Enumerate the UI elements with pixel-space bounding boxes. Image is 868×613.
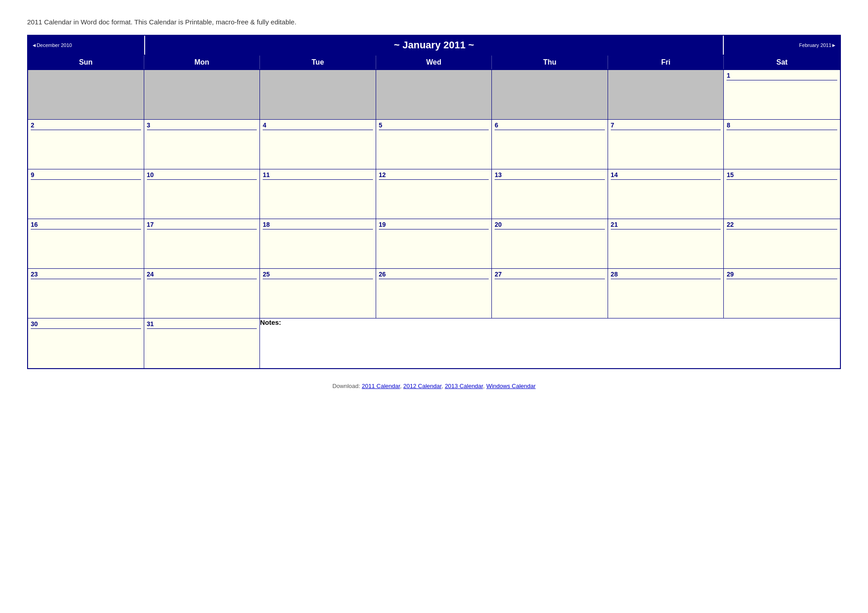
date-16: 16 <box>31 221 141 229</box>
calendar-header: ◄December 2010 ~ January 2011 ~ February… <box>28 36 840 56</box>
date-17: 17 <box>147 221 257 229</box>
day-header-thu: Thu <box>492 56 608 69</box>
calendar: ◄December 2010 ~ January 2011 ~ February… <box>27 35 841 369</box>
calendar-cell-4: 4 <box>260 120 376 169</box>
day-header-sun: Sun <box>28 56 144 69</box>
notes-cell: Notes: <box>260 318 376 368</box>
calendar-cell-empty-6 <box>608 70 724 120</box>
date-11: 11 <box>263 171 373 180</box>
calendar-cell-3: 3 <box>144 120 260 169</box>
day-header-tue: Tue <box>260 56 376 69</box>
calendar-cell-21: 21 <box>608 219 724 269</box>
date-26: 26 <box>379 271 489 279</box>
calendar-cell-26: 26 <box>376 269 492 318</box>
calendar-cell-empty-3 <box>260 70 376 120</box>
date-20: 20 <box>495 221 605 229</box>
footer-link-windows[interactable]: Windows Calendar <box>486 383 536 389</box>
calendar-cell-6: 6 <box>492 120 608 169</box>
calendar-grid: 1 2 3 4 5 6 7 8 9 10 11 <box>28 70 840 368</box>
calendar-cell-28: 28 <box>608 269 724 318</box>
calendar-cell-7: 7 <box>608 120 724 169</box>
calendar-cell-13: 13 <box>492 169 608 219</box>
calendar-cell-16: 16 <box>28 219 144 269</box>
footer-link-2011[interactable]: 2011 Calendar <box>362 383 400 389</box>
day-header-mon: Mon <box>144 56 260 69</box>
calendar-cell-empty-4 <box>376 70 492 120</box>
calendar-cell-empty-1 <box>28 70 144 120</box>
footer: Download: 2011 Calendar, 2012 Calendar, … <box>27 383 841 389</box>
date-6: 6 <box>495 122 605 130</box>
page-description: 2011 Calendar in Word doc format. This C… <box>27 18 841 26</box>
calendar-cell-18: 18 <box>260 219 376 269</box>
date-9: 9 <box>31 171 141 180</box>
footer-text: Download: <box>332 383 360 389</box>
calendar-cell-31: 31 <box>144 318 260 368</box>
footer-link-2012[interactable]: 2012 Calendar <box>403 383 442 389</box>
calendar-cell-23: 23 <box>28 269 144 318</box>
calendar-cell-22: 22 <box>724 219 840 269</box>
calendar-cell-2: 2 <box>28 120 144 169</box>
date-7: 7 <box>611 122 721 130</box>
date-30: 30 <box>31 320 141 329</box>
date-13: 13 <box>495 171 605 180</box>
date-12: 12 <box>379 171 489 180</box>
month-title: ~ January 2011 ~ <box>144 36 724 55</box>
date-10: 10 <box>147 171 257 180</box>
date-27: 27 <box>495 271 605 279</box>
calendar-cell-20: 20 <box>492 219 608 269</box>
notes-label: Notes: <box>260 318 281 326</box>
date-1: 1 <box>726 72 837 80</box>
day-header-wed: Wed <box>376 56 492 69</box>
calendar-cell-27: 27 <box>492 269 608 318</box>
day-headers: Sun Mon Tue Wed Thu Fri Sat <box>28 56 840 70</box>
footer-link-2013[interactable]: 2013 Calendar <box>445 383 483 389</box>
day-header-sat: Sat <box>724 56 840 69</box>
date-5: 5 <box>379 122 489 130</box>
calendar-cell-14: 14 <box>608 169 724 219</box>
date-24: 24 <box>147 271 257 279</box>
calendar-cell-11: 11 <box>260 169 376 219</box>
calendar-cell-17: 17 <box>144 219 260 269</box>
date-28: 28 <box>611 271 721 279</box>
date-14: 14 <box>611 171 721 180</box>
date-4: 4 <box>263 122 373 130</box>
date-31: 31 <box>147 320 257 329</box>
date-18: 18 <box>263 221 373 229</box>
calendar-cell-10: 10 <box>144 169 260 219</box>
calendar-cell-29: 29 <box>724 269 840 318</box>
prev-month-nav[interactable]: ◄December 2010 <box>28 36 144 55</box>
calendar-cell-15: 15 <box>724 169 840 219</box>
calendar-cell-24: 24 <box>144 269 260 318</box>
calendar-cell-5: 5 <box>376 120 492 169</box>
date-15: 15 <box>726 171 837 180</box>
calendar-cell-12: 12 <box>376 169 492 219</box>
calendar-cell-25: 25 <box>260 269 376 318</box>
day-header-fri: Fri <box>608 56 724 69</box>
calendar-cell-empty-2 <box>144 70 260 120</box>
calendar-cell-9: 9 <box>28 169 144 219</box>
calendar-cell-1: 1 <box>724 70 840 120</box>
date-3: 3 <box>147 122 257 130</box>
calendar-cell-8: 8 <box>724 120 840 169</box>
date-2: 2 <box>31 122 141 130</box>
date-23: 23 <box>31 271 141 279</box>
next-month-nav[interactable]: February 2011► <box>724 36 840 55</box>
date-29: 29 <box>726 271 837 279</box>
date-22: 22 <box>726 221 837 229</box>
date-19: 19 <box>379 221 489 229</box>
date-21: 21 <box>611 221 721 229</box>
calendar-cell-30: 30 <box>28 318 144 368</box>
calendar-cell-19: 19 <box>376 219 492 269</box>
calendar-cell-empty-5 <box>492 70 608 120</box>
date-8: 8 <box>726 122 837 130</box>
date-25: 25 <box>263 271 373 279</box>
